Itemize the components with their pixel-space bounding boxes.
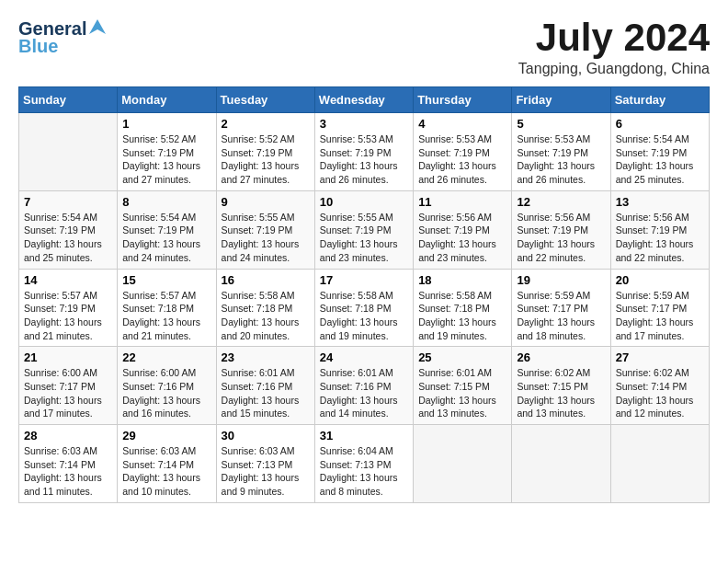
day-number: 15: [122, 273, 210, 287]
day-info: Sunrise: 5:54 AM Sunset: 7:19 PM Dayligh…: [616, 132, 704, 187]
calendar-cell: 30Sunrise: 6:03 AM Sunset: 7:13 PM Dayli…: [216, 425, 314, 503]
page-header: General Blue July 2024 Tangping, Guangdo…: [18, 18, 710, 77]
day-info: Sunrise: 6:03 AM Sunset: 7:14 PM Dayligh…: [24, 444, 112, 499]
day-info: Sunrise: 5:54 AM Sunset: 7:19 PM Dayligh…: [24, 211, 112, 265]
calendar-cell: 4Sunrise: 5:53 AM Sunset: 7:19 PM Daylig…: [414, 113, 512, 191]
weekday-header-thursday: Thursday: [414, 87, 512, 113]
weekday-header-friday: Friday: [512, 87, 610, 113]
day-info: Sunrise: 5:57 AM Sunset: 7:18 PM Dayligh…: [122, 289, 210, 343]
day-info: Sunrise: 5:54 AM Sunset: 7:19 PM Dayligh…: [122, 211, 210, 265]
day-number: 30: [222, 429, 310, 442]
calendar-cell: [512, 425, 610, 503]
day-number: 9: [222, 195, 310, 209]
logo-blue-text: Blue: [18, 36, 58, 57]
calendar-cell: 21Sunrise: 6:00 AM Sunset: 7:17 PM Dayli…: [19, 347, 118, 425]
day-number: 14: [24, 273, 112, 287]
day-number: 23: [222, 350, 310, 364]
day-info: Sunrise: 6:03 AM Sunset: 7:14 PM Dayligh…: [122, 444, 210, 499]
svg-marker-0: [89, 19, 106, 34]
day-info: Sunrise: 5:55 AM Sunset: 7:19 PM Dayligh…: [222, 211, 310, 265]
day-info: Sunrise: 5:52 AM Sunset: 7:19 PM Dayligh…: [122, 132, 210, 187]
title-block: July 2024 Tangping, Guangdong, China: [518, 18, 710, 77]
weekday-header-monday: Monday: [118, 87, 216, 113]
day-info: Sunrise: 6:01 AM Sunset: 7:16 PM Dayligh…: [320, 366, 408, 420]
day-number: 6: [616, 117, 704, 131]
calendar-cell: 19Sunrise: 5:59 AM Sunset: 7:17 PM Dayli…: [512, 269, 610, 347]
calendar-cell: 18Sunrise: 5:58 AM Sunset: 7:18 PM Dayli…: [414, 269, 512, 347]
weekday-header-sunday: Sunday: [19, 87, 118, 113]
month-title: July 2024: [518, 18, 710, 57]
day-info: Sunrise: 5:58 AM Sunset: 7:18 PM Dayligh…: [320, 289, 408, 343]
calendar-cell: [19, 113, 118, 191]
calendar-cell: 28Sunrise: 6:03 AM Sunset: 7:14 PM Dayli…: [19, 425, 118, 503]
day-number: 13: [616, 195, 704, 209]
day-number: 28: [24, 429, 112, 442]
day-number: 19: [517, 273, 605, 287]
calendar-cell: 14Sunrise: 5:57 AM Sunset: 7:19 PM Dayli…: [19, 269, 118, 347]
day-info: Sunrise: 5:57 AM Sunset: 7:19 PM Dayligh…: [24, 289, 112, 343]
day-number: 5: [517, 117, 605, 131]
calendar-table: SundayMondayTuesdayWednesdayThursdayFrid…: [18, 86, 710, 503]
calendar-cell: 23Sunrise: 6:01 AM Sunset: 7:16 PM Dayli…: [216, 347, 314, 425]
day-info: Sunrise: 5:58 AM Sunset: 7:18 PM Dayligh…: [418, 289, 506, 343]
weekday-header-saturday: Saturday: [610, 87, 709, 113]
calendar-cell: 11Sunrise: 5:56 AM Sunset: 7:19 PM Dayli…: [414, 190, 512, 269]
calendar-cell: 29Sunrise: 6:03 AM Sunset: 7:14 PM Dayli…: [118, 425, 216, 503]
day-info: Sunrise: 6:00 AM Sunset: 7:16 PM Dayligh…: [122, 366, 210, 420]
calendar-cell: 7Sunrise: 5:54 AM Sunset: 7:19 PM Daylig…: [19, 190, 118, 269]
calendar-cell: 27Sunrise: 6:02 AM Sunset: 7:14 PM Dayli…: [610, 347, 709, 425]
calendar-week-row: 1Sunrise: 5:52 AM Sunset: 7:19 PM Daylig…: [19, 113, 710, 191]
day-number: 11: [418, 195, 506, 209]
day-number: 20: [616, 273, 704, 287]
calendar-cell: 17Sunrise: 5:58 AM Sunset: 7:18 PM Dayli…: [314, 269, 413, 347]
calendar-cell: 2Sunrise: 5:52 AM Sunset: 7:19 PM Daylig…: [216, 113, 314, 191]
day-number: 21: [24, 350, 112, 364]
weekday-header-wednesday: Wednesday: [314, 87, 413, 113]
calendar-cell: 9Sunrise: 5:55 AM Sunset: 7:19 PM Daylig…: [216, 190, 314, 269]
day-number: 22: [122, 350, 210, 364]
calendar-cell: 12Sunrise: 5:56 AM Sunset: 7:19 PM Dayli…: [512, 190, 610, 269]
day-info: Sunrise: 6:01 AM Sunset: 7:16 PM Dayligh…: [222, 366, 310, 420]
day-info: Sunrise: 5:56 AM Sunset: 7:19 PM Dayligh…: [517, 211, 605, 265]
calendar-cell: 16Sunrise: 5:58 AM Sunset: 7:18 PM Dayli…: [216, 269, 314, 347]
day-info: Sunrise: 5:53 AM Sunset: 7:19 PM Dayligh…: [320, 132, 408, 187]
day-number: 7: [24, 195, 112, 209]
day-info: Sunrise: 6:03 AM Sunset: 7:13 PM Dayligh…: [222, 444, 310, 499]
day-info: Sunrise: 6:02 AM Sunset: 7:14 PM Dayligh…: [616, 366, 704, 420]
day-number: 10: [320, 195, 408, 209]
calendar-week-row: 28Sunrise: 6:03 AM Sunset: 7:14 PM Dayli…: [19, 425, 710, 503]
day-number: 27: [616, 350, 704, 364]
calendar-cell: 13Sunrise: 5:56 AM Sunset: 7:19 PM Dayli…: [610, 190, 709, 269]
day-number: 2: [222, 117, 310, 131]
day-number: 31: [320, 429, 408, 442]
day-number: 8: [122, 195, 210, 209]
calendar-cell: 3Sunrise: 5:53 AM Sunset: 7:19 PM Daylig…: [314, 113, 413, 191]
calendar-cell: 31Sunrise: 6:04 AM Sunset: 7:13 PM Dayli…: [314, 425, 413, 503]
calendar-cell: 8Sunrise: 5:54 AM Sunset: 7:19 PM Daylig…: [118, 190, 216, 269]
day-info: Sunrise: 6:02 AM Sunset: 7:15 PM Dayligh…: [517, 366, 605, 420]
day-info: Sunrise: 5:53 AM Sunset: 7:19 PM Dayligh…: [418, 132, 506, 187]
calendar-cell: 15Sunrise: 5:57 AM Sunset: 7:18 PM Dayli…: [118, 269, 216, 347]
calendar-cell: 5Sunrise: 5:53 AM Sunset: 7:19 PM Daylig…: [512, 113, 610, 191]
day-info: Sunrise: 5:56 AM Sunset: 7:19 PM Dayligh…: [616, 211, 704, 265]
day-number: 3: [320, 117, 408, 131]
calendar-week-row: 21Sunrise: 6:00 AM Sunset: 7:17 PM Dayli…: [19, 347, 710, 425]
calendar-cell: [610, 425, 709, 503]
day-info: Sunrise: 5:59 AM Sunset: 7:17 PM Dayligh…: [616, 289, 704, 343]
weekday-header-tuesday: Tuesday: [216, 87, 314, 113]
calendar-cell: 22Sunrise: 6:00 AM Sunset: 7:16 PM Dayli…: [118, 347, 216, 425]
calendar-cell: 24Sunrise: 6:01 AM Sunset: 7:16 PM Dayli…: [314, 347, 413, 425]
day-number: 25: [418, 350, 506, 364]
day-number: 17: [320, 273, 408, 287]
day-number: 1: [122, 117, 210, 131]
day-info: Sunrise: 6:00 AM Sunset: 7:17 PM Dayligh…: [24, 366, 112, 420]
logo: General Blue: [18, 18, 108, 57]
calendar-cell: 25Sunrise: 6:01 AM Sunset: 7:15 PM Dayli…: [414, 347, 512, 425]
calendar-cell: 26Sunrise: 6:02 AM Sunset: 7:15 PM Dayli…: [512, 347, 610, 425]
day-info: Sunrise: 5:58 AM Sunset: 7:18 PM Dayligh…: [222, 289, 310, 343]
calendar-cell: 10Sunrise: 5:55 AM Sunset: 7:19 PM Dayli…: [314, 190, 413, 269]
day-info: Sunrise: 5:59 AM Sunset: 7:17 PM Dayligh…: [517, 289, 605, 343]
day-number: 12: [517, 195, 605, 209]
day-info: Sunrise: 5:55 AM Sunset: 7:19 PM Dayligh…: [320, 211, 408, 265]
calendar-header-row: SundayMondayTuesdayWednesdayThursdayFrid…: [19, 87, 710, 113]
